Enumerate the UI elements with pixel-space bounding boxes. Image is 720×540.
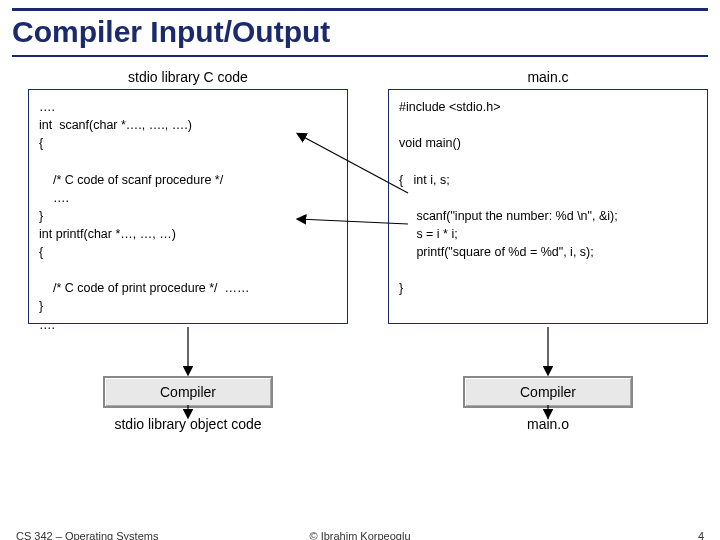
left-output-label: stdio library object code xyxy=(28,416,348,432)
left-column: stdio library C code …. int scanf(char *… xyxy=(28,69,348,432)
left-box-label: stdio library C code xyxy=(28,69,348,85)
footer-center: © Ibrahim Korpeoglu Bilkent University xyxy=(309,530,410,540)
footer-left: CS 342 – Operating Systems Spring 2003 xyxy=(16,530,158,540)
left-compiler-box: Compiler xyxy=(103,376,273,408)
right-box-label: main.c xyxy=(388,69,708,85)
right-column: main.c #include <stdio.h> void main() { … xyxy=(388,69,708,432)
right-output-label: main.o xyxy=(388,416,708,432)
right-code-box: #include <stdio.h> void main() { int i, … xyxy=(388,89,708,324)
diagram-area: stdio library C code …. int scanf(char *… xyxy=(28,69,702,449)
page-number: 4 xyxy=(698,530,704,540)
right-compiler-box: Compiler xyxy=(463,376,633,408)
course-code: CS 342 – Operating Systems xyxy=(16,530,158,540)
copyright: © Ibrahim Korpeoglu xyxy=(309,530,410,540)
page-title: Compiler Input/Output xyxy=(12,15,708,57)
left-code-box: …. int scanf(char *…., …., ….) { /* C co… xyxy=(28,89,348,324)
